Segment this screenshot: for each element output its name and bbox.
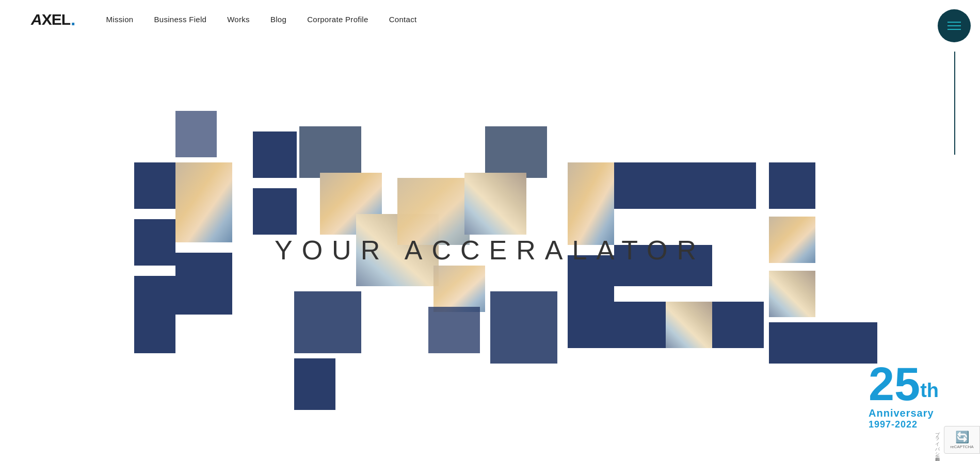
recaptcha-label: reCAPTCHA: [950, 444, 973, 449]
anniversary-suffix: th: [920, 380, 939, 401]
anniversary-number-line: 25th: [869, 361, 939, 407]
nav-corporate-profile[interactable]: Corporate Profile: [307, 15, 368, 24]
svg-rect-27: [712, 302, 764, 348]
svg-rect-33: [859, 322, 877, 364]
svg-rect-13: [485, 126, 547, 178]
logo-a: A: [31, 11, 42, 28]
svg-rect-16: [294, 358, 335, 410]
svg-rect-30: [769, 271, 815, 317]
svg-rect-20: [614, 162, 666, 209]
svg-rect-26: [666, 302, 712, 348]
axel-logo-large: YOUR ACCERALATOR: [103, 70, 877, 431]
svg-rect-34: [134, 322, 175, 353]
svg-rect-32: [815, 322, 859, 364]
anniversary-line1: Anniversary: [869, 407, 939, 419]
logo[interactable]: AXEL.: [31, 9, 75, 29]
anniversary-number: 25: [869, 358, 920, 410]
logo-xel: XEL: [42, 11, 70, 28]
svg-rect-1: [134, 219, 175, 266]
svg-rect-5: [253, 188, 297, 235]
svg-rect-6: [175, 111, 217, 157]
axel-visual: YOUR ACCERALATOR: [0, 39, 980, 461]
menu-line-1: [947, 22, 961, 23]
svg-rect-0: [134, 162, 175, 209]
svg-rect-3: [175, 162, 232, 242]
recaptcha-icon: 🔄: [950, 431, 974, 444]
svg-rect-17: [490, 291, 557, 364]
svg-rect-38: [433, 266, 485, 312]
anniversary-badge: 25th Anniversary 1997-2022: [869, 361, 939, 430]
svg-rect-8: [299, 126, 361, 178]
menu-line-3: [947, 29, 961, 30]
svg-rect-29: [769, 217, 815, 263]
svg-rect-15: [294, 291, 361, 353]
hero-section: YOUR ACCERALATOR 25th Anniversary 1997-2…: [0, 0, 980, 461]
svg-rect-19: [568, 255, 614, 348]
header: AXEL. Mission Business Field Works Blog …: [0, 0, 980, 39]
anniversary-years: 1997-2022: [869, 419, 939, 430]
svg-rect-18: [568, 162, 614, 245]
nav-mission[interactable]: Mission: [106, 15, 133, 24]
nav-contact[interactable]: Contact: [389, 15, 417, 24]
svg-rect-4: [253, 131, 297, 178]
svg-rect-7: [175, 253, 232, 315]
svg-rect-31: [769, 322, 815, 364]
svg-rect-25: [614, 302, 666, 348]
nav-blog[interactable]: Blog: [270, 15, 286, 24]
privacy-links[interactable]: プライバシー・利用規約: [934, 428, 941, 454]
recaptcha-badge[interactable]: 🔄 reCAPTCHA: [944, 426, 980, 454]
svg-rect-22: [712, 162, 756, 209]
logo-dot: .: [71, 9, 75, 29]
svg-rect-39: [428, 307, 480, 353]
svg-rect-28: [769, 162, 815, 209]
svg-rect-14: [464, 173, 526, 235]
nav-business-field[interactable]: Business Field: [154, 15, 206, 24]
nav-works[interactable]: Works: [227, 15, 250, 24]
hero-tagline: YOUR ACCERALATOR: [275, 235, 705, 266]
main-nav: Mission Business Field Works Blog Corpor…: [106, 15, 416, 24]
menu-line-2: [947, 25, 961, 26]
svg-rect-21: [666, 162, 712, 209]
scroll-indicator: [954, 52, 955, 155]
hamburger-menu-button[interactable]: [938, 9, 971, 42]
